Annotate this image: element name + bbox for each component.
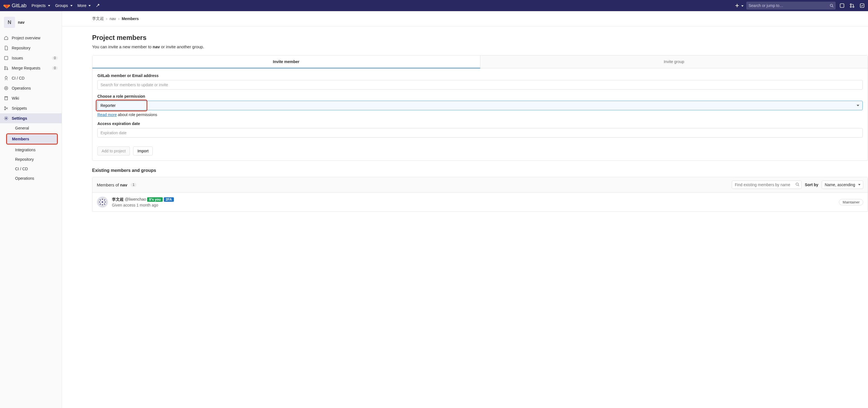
breadcrumb-current: Members: [122, 17, 139, 21]
svg-point-18: [796, 183, 799, 185]
breadcrumb-project[interactable]: nav: [110, 17, 116, 21]
breadcrumb-owner[interactable]: 李文超: [92, 16, 104, 21]
settings-submenu: General Members Integrations Repository …: [0, 123, 62, 183]
book-icon: [4, 96, 8, 100]
tab-invite-group[interactable]: Invite group: [480, 56, 868, 68]
sidebar-item-settings[interactable]: Settings: [0, 113, 62, 123]
nav-links: Projects Groups More: [32, 3, 100, 8]
svg-point-12: [7, 69, 8, 70]
sub-operations[interactable]: Operations: [11, 174, 62, 183]
search-icon: [796, 183, 799, 187]
sidebar-item-snippets[interactable]: Snippets: [0, 103, 62, 113]
admin-wrench-icon[interactable]: [96, 3, 100, 8]
merge-request-icon[interactable]: [849, 3, 855, 8]
members-header: Members of nav 1 Sort by Name, ascending: [92, 177, 868, 193]
member-access-text: Given access 1 month ago: [112, 203, 174, 207]
sidebar-item-wiki[interactable]: Wiki: [0, 93, 62, 103]
sidebar-item-overview[interactable]: Project overview: [0, 33, 62, 43]
members-box: Members of nav 1 Sort by Name, ascending: [92, 177, 868, 212]
issues-icon[interactable]: [840, 3, 844, 8]
sidebar-item-cicd[interactable]: CI / CD: [0, 73, 62, 83]
issues-icon: [4, 56, 8, 60]
role-help-link[interactable]: Read more: [97, 113, 117, 117]
svg-point-13: [4, 87, 8, 90]
sidebar-project[interactable]: N nav: [0, 14, 62, 31]
member-role-badge: Maintainer: [839, 199, 863, 206]
search-icon: [830, 4, 833, 7]
sort-select[interactable]: Name, ascending: [822, 181, 863, 189]
nav-more[interactable]: More: [78, 3, 91, 8]
twofa-badge: 2FA: [164, 197, 174, 202]
nav-projects[interactable]: Projects: [32, 3, 50, 8]
new-dropdown[interactable]: [735, 3, 744, 8]
divider: [62, 26, 868, 27]
sub-members[interactable]: Members: [6, 133, 58, 145]
sidebar-item-operations[interactable]: Operations: [0, 83, 62, 93]
sidebar-item-repository[interactable]: Repository: [0, 43, 62, 53]
svg-rect-9: [4, 56, 8, 60]
svg-point-5: [850, 4, 851, 5]
sort-label: Sort by: [805, 183, 818, 187]
page-title: Project members: [92, 34, 868, 41]
members-of-text: Members of nav: [97, 183, 127, 187]
svg-point-6: [850, 6, 851, 7]
home-icon: [4, 36, 8, 40]
role-label: Choose a role permission: [97, 94, 863, 98]
add-to-project-button[interactable]: Add to project: [97, 147, 130, 155]
svg-point-10: [4, 66, 6, 67]
svg-point-29: [104, 203, 105, 205]
svg-point-16: [4, 106, 6, 108]
svg-point-14: [6, 88, 7, 89]
project-avatar: N: [4, 17, 15, 28]
svg-point-23: [102, 204, 103, 206]
member-input[interactable]: [97, 80, 863, 90]
role-select[interactable]: Reporter: [97, 101, 863, 110]
sub-repository[interactable]: Repository: [11, 155, 62, 164]
sidebar-item-merge-requests[interactable]: Merge Requests 0: [0, 63, 62, 73]
todos-icon[interactable]: [860, 3, 865, 8]
main-content: 李文超 › nav › Members Project members You …: [62, 11, 868, 408]
expire-input[interactable]: [97, 128, 863, 137]
svg-point-7: [852, 6, 854, 7]
member-label: GitLab member or Email address: [97, 73, 863, 78]
find-members-input[interactable]: [732, 181, 802, 189]
top-nav: GitLab Projects Groups More: [0, 0, 868, 11]
member-name[interactable]: 李文超: [112, 197, 124, 201]
chevron-right-icon: ›: [106, 17, 107, 21]
svg-point-2: [830, 4, 832, 6]
global-search[interactable]: [746, 2, 836, 9]
tanuki-icon: [3, 2, 10, 9]
brand-text: GitLab: [12, 3, 27, 9]
header-right-icons: [840, 3, 865, 8]
plus-icon: [735, 4, 739, 7]
import-button[interactable]: Import: [133, 147, 153, 155]
svg-point-24: [99, 201, 100, 203]
sub-integrations[interactable]: Integrations: [11, 145, 62, 155]
nav-groups[interactable]: Groups: [55, 3, 72, 8]
svg-line-19: [798, 185, 799, 186]
gitlab-logo[interactable]: GitLab: [3, 2, 27, 9]
svg-point-26: [100, 199, 101, 201]
svg-point-21: [101, 201, 103, 203]
rocket-icon: [4, 76, 8, 81]
svg-point-22: [102, 199, 103, 200]
svg-point-28: [100, 203, 101, 205]
search-input[interactable]: [748, 3, 830, 8]
svg-point-11: [4, 69, 6, 70]
invite-panel: Invite member Invite group GitLab member…: [92, 55, 868, 161]
chevron-right-icon: ›: [118, 17, 120, 21]
tab-invite-member[interactable]: Invite member: [92, 56, 480, 68]
member-row: 李文超 @liwenchao It's you 2FA Given access…: [92, 193, 868, 212]
scissors-icon: [4, 106, 8, 111]
sidebar-item-issues[interactable]: Issues 0: [0, 53, 62, 63]
project-name: nav: [18, 20, 25, 25]
sub-general[interactable]: General: [11, 123, 62, 133]
svg-point-15: [4, 109, 6, 110]
member-avatar[interactable]: [97, 196, 108, 208]
svg-line-3: [832, 6, 833, 7]
sub-cicd[interactable]: CI / CD: [11, 164, 62, 174]
invite-tabs: Invite member Invite group: [92, 56, 868, 68]
its-you-badge: It's you: [147, 197, 163, 202]
svg-rect-4: [840, 4, 844, 7]
svg-point-17: [6, 118, 7, 119]
